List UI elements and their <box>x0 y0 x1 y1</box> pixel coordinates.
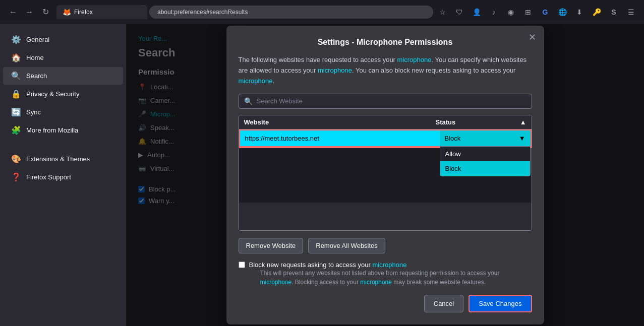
hint-text-3: may break some website features. <box>392 279 486 286</box>
sidebar-label-more: More from Mozilla <box>26 126 78 134</box>
microphone-link-3[interactable]: microphone <box>239 77 273 85</box>
sidebar-label-extensions: Extensions & Themes <box>26 155 90 163</box>
modal-overlay: Settings - Microphone Permissions ✕ The … <box>126 24 644 326</box>
hint-text-2: . Blocking access to your <box>291 279 360 286</box>
dialog-title: Settings - Microphone Permissions <box>239 38 532 47</box>
reload-button[interactable]: ↻ <box>38 5 52 19</box>
bookmark-icon[interactable]: ☆ <box>435 5 449 19</box>
sync-icon: 🔄 <box>11 107 21 117</box>
table-body: https://meet.tutorbees.net Block ▼ Allow… <box>239 129 532 230</box>
microphone-link-1[interactable]: microphone <box>397 56 432 63</box>
search-icon: 🔍 <box>11 71 21 81</box>
palette-icon: 🎨 <box>11 154 21 164</box>
url-bar[interactable]: about:preferences#searchResults <box>149 6 433 19</box>
sidebar-item-support[interactable]: ❓ Firefox Support <box>3 168 123 186</box>
back-button[interactable]: ← <box>6 5 20 19</box>
option-allow[interactable]: Allow <box>440 147 530 161</box>
active-tab[interactable]: 🦊 Firefox <box>56 5 147 19</box>
g-icon[interactable]: G <box>538 5 552 19</box>
remove-all-websites-button[interactable]: Remove All Websites <box>308 238 385 253</box>
content-area: Your Re... Search Permissio 📍 Locati... … <box>126 24 644 326</box>
block-label-text: Block new requests asking to access your <box>249 261 373 269</box>
permissions-table: Website Status ▲ https://meet.tutorbees.… <box>239 115 532 231</box>
sidebar-item-search[interactable]: 🔍 Search <box>3 67 123 85</box>
home-icon: 🏠 <box>11 53 21 62</box>
status-dropdown-button[interactable]: Block ▼ <box>440 131 531 146</box>
block-new-requests-row: Block new requests asking to access your… <box>239 260 532 287</box>
tab-title: Firefox <box>74 9 93 16</box>
microphone-link-2[interactable]: microphone <box>318 67 352 74</box>
hint-microphone-link-2[interactable]: microphone <box>360 279 392 286</box>
block-new-requests-label: Block new requests asking to access your… <box>249 261 407 269</box>
sort-icon: ▲ <box>520 118 526 126</box>
sidebar-label-general: General <box>26 36 49 43</box>
col-website: Website <box>244 118 436 126</box>
menu-icon[interactable]: ☰ <box>624 5 638 19</box>
bitwarden-icon[interactable]: 🔑 <box>590 5 604 19</box>
sidebar-label-privacy: Privacy & Security <box>26 90 79 98</box>
dialog: Settings - Microphone Permissions ✕ The … <box>226 26 544 324</box>
ext2-icon[interactable]: 🌐 <box>555 5 569 19</box>
option-block[interactable]: Block <box>440 161 530 176</box>
sidebar-item-privacy[interactable]: 🔒 Privacy & Security <box>3 85 123 103</box>
sidebar-label-search: Search <box>26 72 47 80</box>
mozilla-icon: 🧩 <box>11 125 21 135</box>
hint-text-1: This will prevent any websites not liste… <box>260 270 500 277</box>
sidebar-label-sync: Sync <box>26 108 41 116</box>
cancel-button[interactable]: Cancel <box>424 295 463 312</box>
save-changes-button[interactable]: Save Changes <box>469 295 532 312</box>
forward-button[interactable]: → <box>22 5 36 19</box>
status-dropdown-menu: Allow Block <box>440 146 531 176</box>
block-microphone-link[interactable]: microphone <box>372 261 406 269</box>
sidebar-item-home[interactable]: 🏠 Home <box>3 49 123 67</box>
table-row[interactable]: https://meet.tutorbees.net Block ▼ Allow… <box>239 129 532 147</box>
search-website-icon: 🔍 <box>244 97 253 105</box>
search-website-container: 🔍 <box>239 94 532 109</box>
sidebar-item-general[interactable]: ⚙️ General <box>3 31 123 48</box>
row-status-container: Block ▼ Allow Block <box>440 131 531 146</box>
gear-icon: ⚙️ <box>11 35 21 44</box>
dialog-footer: Cancel Save Changes <box>239 295 532 312</box>
row-website-cell: https://meet.tutorbees.net <box>240 131 440 146</box>
profile-icon[interactable]: 👤 <box>470 5 484 19</box>
dialog-description: The following websites have requested to… <box>239 55 532 86</box>
block-new-requests-checkbox[interactable] <box>239 262 245 268</box>
sidebar-item-more[interactable]: 🧩 More from Mozilla <box>3 121 123 139</box>
desc-text-4: . <box>272 77 274 85</box>
s-icon[interactable]: S <box>607 5 621 19</box>
download-icon[interactable]: ⬇ <box>572 5 587 19</box>
desc-text-1: The following websites have requested to… <box>239 56 397 63</box>
action-buttons: Remove Website Remove All Websites <box>239 238 532 253</box>
tab-favicon: 🦊 <box>63 8 71 16</box>
sidebar: ⚙️ General 🏠 Home 🔍 Search 🔒 Privacy & S… <box>0 24 126 326</box>
extension1-icon[interactable]: ◉ <box>504 5 518 19</box>
url-text: about:preferences#searchResults <box>157 9 248 16</box>
remove-website-button[interactable]: Remove Website <box>239 238 304 253</box>
table-header: Website Status ▲ <box>239 115 532 129</box>
desc-text-3: . You can also block new requests asking… <box>352 67 515 74</box>
nav-buttons: ← → ↻ <box>6 5 52 19</box>
sidebar-label-home: Home <box>26 54 44 61</box>
music-icon[interactable]: ♪ <box>487 5 501 19</box>
puzzle-icon[interactable]: ⊞ <box>521 5 535 19</box>
hint-text: This will prevent any websites not liste… <box>260 269 532 287</box>
sidebar-label-support: Firefox Support <box>26 173 71 181</box>
main-layout: ⚙️ General 🏠 Home 🔍 Search 🔒 Privacy & S… <box>0 24 644 326</box>
browser-chrome: ← → ↻ 🦊 Firefox about:preferences#search… <box>0 0 644 24</box>
help-icon: ❓ <box>11 172 21 182</box>
toolbar-icons: ☆ 🛡 👤 ♪ ◉ ⊞ G 🌐 ⬇ 🔑 S ☰ <box>435 5 638 19</box>
dropdown-chevron-icon: ▼ <box>519 135 525 142</box>
sidebar-item-extensions[interactable]: 🎨 Extensions & Themes <box>3 150 123 168</box>
col-status-label: Status <box>436 118 456 126</box>
tab-bar: 🦊 Firefox about:preferences#searchResult… <box>56 5 638 19</box>
shield-icon[interactable]: 🛡 <box>452 5 466 19</box>
col-status: Status ▲ <box>436 118 526 126</box>
status-value: Block <box>445 135 461 142</box>
sidebar-item-sync[interactable]: 🔄 Sync <box>3 103 123 121</box>
lock-icon: 🔒 <box>11 89 21 99</box>
search-website-input[interactable] <box>257 97 526 105</box>
dialog-close-button[interactable]: ✕ <box>529 32 536 43</box>
hint-microphone-link-1[interactable]: microphone <box>260 279 292 286</box>
